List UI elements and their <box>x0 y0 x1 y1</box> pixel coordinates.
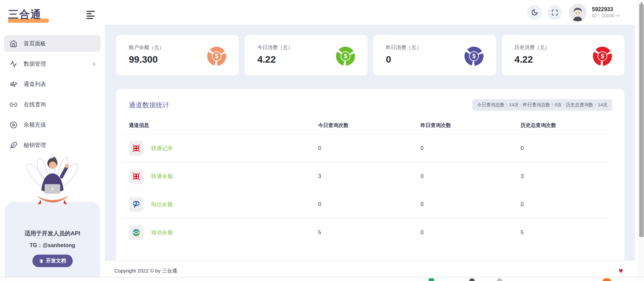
taskbar-icon-fragment <box>469 278 475 281</box>
cell-yesterday: 0 <box>421 134 521 163</box>
sidebar-item-label: 数据管理 <box>24 60 46 68</box>
stat-value: 0 <box>386 54 422 65</box>
svg-text:$: $ <box>601 53 604 60</box>
channel-stats-table: 通道信息 今日查询次数 昨日查询次数 历史总查询次数 <box>121 117 613 246</box>
stat-label: 今日消费（元） <box>257 44 293 51</box>
channel-link[interactable]: 联通余额 <box>151 173 173 180</box>
menu-toggle-icon[interactable] <box>87 10 95 20</box>
developer-illustration <box>20 149 85 207</box>
sidebar-header: 三合通 <box>0 0 105 30</box>
developer-promo-card: 适用于开发人员的API TG：@sanhetong 开发文档 <box>5 202 100 281</box>
channel-link[interactable]: 电信余额 <box>151 201 173 208</box>
cell-total: 0 <box>521 134 613 163</box>
user-name: 5922933 <box>592 6 620 13</box>
dashboard-page: 三合通 首页面板 数据管理 › <box>0 0 644 281</box>
channel-stats-card: 通道数据统计 今日查询总数：14次 · 昨日查询总数：0次 · 历史总查询数：1… <box>116 89 624 260</box>
svg-text:$: $ <box>344 53 347 60</box>
channel-stats-title: 通道数据统计 <box>129 101 169 110</box>
home-icon <box>9 40 18 48</box>
user-menu[interactable]: 5922933 ID：10000 <box>592 6 620 19</box>
table-row: 联通余额 3 0 3 <box>121 163 613 191</box>
stat-label: 昨日消费（元） <box>386 44 422 51</box>
table-row: 移动余额 5 0 5 <box>121 219 613 247</box>
stat-value: 4.22 <box>515 54 550 65</box>
stats-cards-row: 账户余额（元） 99.300 $ 今日消费（元） 4.22 $ <box>116 35 624 75</box>
sidebar-item-label: 余额充值 <box>24 121 46 129</box>
taskbar-edge-strip <box>0 277 644 281</box>
col-header-today: 今日查询次数 <box>318 117 421 134</box>
disc-icon <box>9 121 18 129</box>
dollar-donut-icon: $ <box>206 46 227 75</box>
cell-yesterday: 0 <box>421 219 521 247</box>
main-area: 5922933 ID：10000 账户余额（元） 99.300 $ <box>105 0 635 281</box>
cell-yesterday: 0 <box>421 163 521 191</box>
telecom-logo-icon <box>129 197 144 212</box>
cell-today: 5 <box>318 219 421 247</box>
app-logo[interactable]: 三合通 <box>8 7 49 23</box>
stat-value: 4.22 <box>257 54 293 65</box>
dollar-donut-icon: $ <box>463 46 484 75</box>
sidebar-item-home[interactable]: 首页面板 <box>4 35 101 52</box>
vertical-scrollbar[interactable]: ▲ ▼ <box>638 0 644 281</box>
channel-link[interactable]: 移动余额 <box>151 229 173 236</box>
content: 账户余额（元） 99.300 $ 今日消费（元） 4.22 $ <box>105 25 635 260</box>
col-header-total: 历史总查询次数 <box>521 117 613 134</box>
sidebar-item-label: 通道列表 <box>24 81 46 88</box>
user-avatar[interactable] <box>569 4 587 21</box>
cell-total: 5 <box>521 219 613 247</box>
sidebar-item-data[interactable]: 数据管理 › <box>4 56 101 72</box>
link-icon <box>9 101 18 109</box>
dollar-donut-icon: $ <box>592 46 613 75</box>
activity-icon <box>9 60 18 68</box>
scrollbar-thumb[interactable] <box>639 4 644 237</box>
dark-mode-button[interactable] <box>527 5 542 20</box>
stat-value: 99.300 <box>129 54 164 65</box>
stat-card-history-spend: 历史消费（元） 4.22 $ <box>502 35 624 75</box>
heart-icon[interactable]: ♥ <box>619 267 623 275</box>
stat-card-today-spend: 今日消费（元） 4.22 $ <box>244 35 367 75</box>
cell-today: 3 <box>318 163 421 191</box>
cell-yesterday: 0 <box>421 191 521 219</box>
svg-text:$: $ <box>215 53 218 60</box>
taskbar-icon-fragment <box>497 278 502 281</box>
cell-today: 0 <box>318 191 421 219</box>
chevron-right-icon: › <box>93 60 95 68</box>
sidebar-item-online-query[interactable]: 在线查询 <box>4 96 101 113</box>
right-gutter: ▲ ▼ <box>635 0 644 281</box>
sidebar-item-channels[interactable]: 通道列表 <box>4 76 101 92</box>
moon-icon <box>531 9 538 16</box>
sidebar-item-recharge[interactable]: 余额充值 <box>4 116 101 133</box>
topbar: 5922933 ID：10000 <box>105 0 635 25</box>
svg-text:$: $ <box>472 53 476 60</box>
app-logo-text: 三合通 <box>8 7 49 22</box>
table-row: 电信余额 0 0 0 <box>121 191 613 219</box>
channel-link[interactable]: 联通记录 <box>151 145 173 152</box>
dollar-donut-icon: $ <box>335 46 356 75</box>
query-summary-badge: 今日查询总数：14次 · 昨日查询总数：0次 · 历史总查询数：14次 <box>472 99 612 111</box>
sidebar-item-label: 在线查询 <box>24 101 46 108</box>
cell-total: 0 <box>521 191 613 219</box>
dev-docs-button[interactable]: 开发文档 <box>32 255 73 267</box>
fullscreen-icon <box>551 9 558 16</box>
stat-label: 历史消费（元） <box>515 44 550 51</box>
promo-text-api: 适用于开发人员的API <box>5 230 100 237</box>
unicom-logo-icon <box>129 169 144 184</box>
cell-total: 3 <box>521 163 613 191</box>
mobile-logo-icon <box>129 225 144 240</box>
stat-card-balance: 账户余额（元） 99.300 $ <box>116 35 239 75</box>
table-row: 联通记录 0 0 0 <box>121 134 613 163</box>
fullscreen-button[interactable] <box>547 5 562 20</box>
feather-pen-icon <box>9 141 18 149</box>
sidebar-item-label: 秘钥管理 <box>24 142 46 149</box>
chevron-down-icon <box>616 15 620 17</box>
taskbar-icon-fragment <box>602 278 611 281</box>
user-id: ID：10000 <box>592 13 615 19</box>
wind-icon <box>9 80 18 88</box>
col-header-channel: 通道信息 <box>121 117 318 134</box>
promo-text-telegram: TG：@sanhetong <box>5 242 100 249</box>
copyright-text: Copyright 2022 © by 三合通 <box>114 268 177 274</box>
unicom-logo-icon <box>129 141 144 156</box>
sidebar-menu: 首页面板 数据管理 › 通道列表 在线查询 <box>0 30 105 153</box>
book-icon <box>39 259 44 263</box>
sidebar-item-label: 首页面板 <box>24 40 46 47</box>
